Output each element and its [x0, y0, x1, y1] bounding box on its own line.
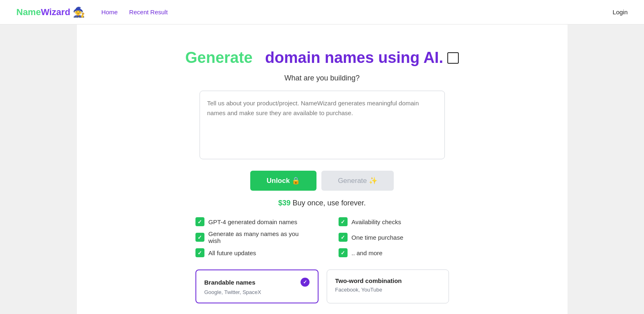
feature-item-gpt4: GPT-4 generated domain names [195, 217, 306, 226]
check-icon-future-updates [195, 248, 204, 257]
nav-links: Home Recent Result [101, 9, 613, 16]
navbar: NameWizard 🧙 Home Recent Result Login [0, 0, 644, 24]
card-two-word-header: Two-word combination [335, 277, 440, 284]
check-icon-one-time [339, 233, 348, 242]
mobile-icon [447, 52, 459, 64]
card-two-word[interactable]: Two-word combination Facebook, YouTube [327, 269, 449, 303]
nav-recent-result[interactable]: Recent Result [129, 9, 168, 16]
brand-logo[interactable]: NameWizard 🧙 [16, 7, 85, 18]
feature-label-one-time: One time purchase [352, 234, 404, 241]
feature-item-availability: Availability checks [339, 217, 449, 226]
heading-generate: Generate [185, 49, 253, 67]
wizard-emoji: 🧙 [73, 7, 85, 18]
sub-heading: What are you building? [284, 74, 359, 82]
card-two-word-title: Two-word combination [335, 277, 402, 284]
feature-item-future-updates: All future updates [195, 248, 306, 257]
main-wrapper: Generate domain names using AI. What are… [0, 24, 644, 314]
check-icon-availability [339, 217, 348, 226]
generate-button[interactable]: Generate ✨ [321, 171, 394, 191]
check-icon-and-more [339, 248, 348, 257]
price-text: Buy once, use forever. [290, 199, 366, 207]
heading-rest: domain names using AI. [265, 49, 443, 67]
button-row: Unlock 🔒 Generate ✨ [250, 171, 394, 191]
card-brandable-title: Brandable names [204, 279, 256, 286]
card-brandable-check [301, 278, 310, 287]
cards-row: Brandable names Google, Twitter, SpaceX … [195, 269, 449, 303]
card-brandable[interactable]: Brandable names Google, Twitter, SpaceX [195, 269, 319, 303]
unlock-button[interactable]: Unlock 🔒 [250, 171, 316, 191]
feature-label-availability: Availability checks [352, 218, 401, 225]
feature-item-one-time: One time purchase [339, 230, 449, 244]
price-row: $39 Buy once, use forever. [278, 199, 366, 207]
project-description-input[interactable] [200, 91, 445, 159]
feature-label-and-more: .. and more [352, 249, 383, 256]
check-icon-generate-many [195, 233, 204, 242]
card-brandable-header: Brandable names [204, 278, 310, 287]
features-grid: GPT-4 generated domain names Availabilit… [195, 217, 449, 257]
card-brandable-subtitle: Google, Twitter, SpaceX [204, 289, 310, 295]
brand-name-part1: Name [16, 7, 41, 17]
brand-name-part2: Wizard [41, 7, 70, 17]
card-two-word-subtitle: Facebook, YouTube [335, 287, 440, 293]
feature-item-and-more: .. and more [339, 248, 449, 257]
feature-item-generate-many: Generate as many names as you wish [195, 230, 306, 244]
feature-label-generate-many: Generate as many names as you wish [209, 230, 306, 244]
feature-label-future-updates: All future updates [209, 249, 256, 256]
check-icon-gpt4 [195, 217, 204, 226]
feature-label-gpt4: GPT-4 generated domain names [209, 218, 298, 225]
nav-home[interactable]: Home [101, 9, 118, 16]
brand-name: NameWizard [16, 7, 70, 18]
price-amount: $39 [278, 199, 290, 207]
login-button[interactable]: Login [613, 9, 628, 16]
content-panel: Generate domain names using AI. What are… [77, 24, 568, 314]
main-heading: Generate domain names using AI. [185, 49, 459, 67]
